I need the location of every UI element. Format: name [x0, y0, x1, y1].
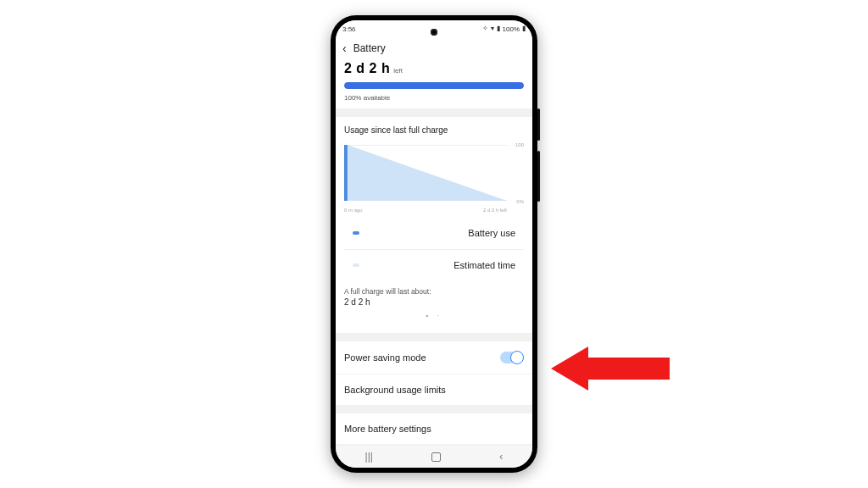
- nav-recents-icon[interactable]: |||: [365, 451, 373, 463]
- legend-swatch-estimated: [353, 263, 359, 267]
- time-remaining-suffix: left: [393, 67, 403, 75]
- phone-frame: 3:56 ✧ ▾ ▮ 100% ▮ ‹ Battery 2 d 2 h left: [331, 15, 537, 473]
- y-axis-bottom: 0%: [516, 199, 524, 204]
- section-divider: [336, 405, 532, 413]
- nav-home-icon[interactable]: [431, 452, 441, 462]
- legend-estimated: Estimated time: [453, 260, 515, 270]
- time-remaining-value: 2 d 2 h: [344, 61, 390, 76]
- chart-legend: Battery use Estimated time: [344, 218, 524, 280]
- page-indicator[interactable]: • ·: [344, 307, 524, 326]
- nav-back-icon[interactable]: ‹: [499, 451, 503, 463]
- more-battery-label: More battery settings: [344, 424, 431, 434]
- android-nav-bar: ||| ‹: [336, 446, 532, 468]
- usage-chart-svg: [344, 145, 507, 201]
- arrow-head-icon: [551, 347, 588, 391]
- x-axis-left: 0 m ago: [344, 208, 363, 213]
- settings-list: Power saving mode Background usage limit…: [336, 341, 532, 405]
- time-remaining: 2 d 2 h left: [344, 59, 524, 76]
- usage-title: Usage since last full charge: [344, 117, 524, 140]
- y-axis-top: 100: [515, 142, 524, 147]
- status-time: 3:56: [342, 25, 356, 33]
- battery-icon: ▮: [522, 25, 526, 32]
- legend-battery-use: Battery use: [468, 228, 515, 238]
- svg-marker-1: [344, 145, 348, 201]
- full-charge-value: 2 d 2 h: [344, 297, 524, 307]
- full-charge-label: A full charge will last about:: [344, 287, 524, 296]
- toggle-knob: [510, 351, 524, 364]
- punch-hole-camera: [431, 29, 437, 36]
- usage-card[interactable]: Usage since last full charge 100 0% 0 m …: [336, 117, 532, 333]
- status-battery-pct: 100%: [503, 25, 520, 33]
- power-saving-mode-row[interactable]: Power saving mode: [336, 341, 532, 374]
- annotation-arrow: [551, 347, 670, 391]
- settings-list-2: More battery settings: [336, 413, 532, 444]
- phone-side-button: [537, 151, 540, 202]
- app-header: ‹ Battery: [336, 37, 532, 59]
- more-battery-settings-row[interactable]: More battery settings: [336, 413, 532, 444]
- wifi-icon: ▾: [491, 25, 494, 32]
- phone-screen: 3:56 ✧ ▾ ▮ 100% ▮ ‹ Battery 2 d 2 h left: [336, 20, 532, 468]
- battery-summary-card: 2 d 2 h left 100% available: [336, 59, 532, 108]
- battery-level-bar: [344, 82, 524, 89]
- legend-swatch-battery-use: [353, 231, 359, 235]
- page-title: Battery: [353, 42, 386, 54]
- back-icon[interactable]: ‹: [342, 42, 347, 54]
- power-saving-label: Power saving mode: [344, 352, 426, 363]
- power-saving-toggle[interactable]: [500, 352, 524, 363]
- section-divider: [336, 108, 532, 117]
- usage-chart: 100 0% 0 m ago 2 d 2 h left: [344, 145, 524, 213]
- arrow-stem: [588, 358, 670, 380]
- phone-side-button: [537, 108, 540, 141]
- x-axis-right: 2 d 2 h left: [483, 208, 507, 213]
- background-usage-label: Background usage limits: [344, 385, 446, 395]
- background-usage-limits-row[interactable]: Background usage limits: [336, 374, 532, 405]
- svg-marker-0: [344, 145, 507, 201]
- section-divider: [336, 333, 532, 341]
- battery-available: 100% available: [344, 94, 524, 102]
- vibrate-icon: ✧: [482, 25, 488, 32]
- battery-level-fill: [344, 82, 524, 89]
- signal-icon: ▮: [497, 25, 500, 32]
